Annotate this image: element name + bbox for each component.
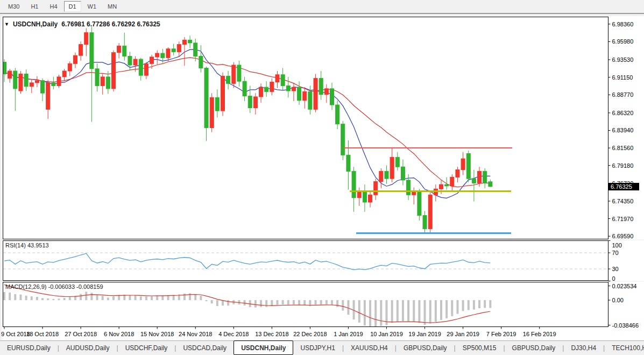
price-axis-label: 6.71970 — [612, 216, 634, 222]
candle — [232, 65, 236, 83]
time-axis-label: 18 Oct 2018 — [26, 331, 59, 337]
candle — [24, 74, 28, 86]
chart-tab-dj30-h4[interactable]: DJ30,H4 — [564, 341, 603, 355]
candle — [357, 192, 361, 198]
candle — [450, 177, 454, 186]
chart-tab-sp500-m15[interactable]: SP500,M15 — [456, 341, 504, 355]
time-axis-label: 22 Dec 2018 — [293, 331, 327, 337]
time-axis-label: 15 Nov 2018 — [140, 331, 174, 337]
candle — [84, 33, 88, 45]
price-axis-label: 6.79180 — [612, 162, 634, 169]
time-axis-label: 19 Jan 2019 — [408, 331, 441, 337]
timeframe-button-w1[interactable]: W1 — [83, 1, 102, 12]
time-axis-label: 13 Dec 2018 — [255, 331, 288, 337]
price-axis-label: 6.86320 — [612, 110, 634, 116]
price-axis-label: 6.74350 — [612, 198, 634, 204]
candle — [227, 76, 230, 84]
candle — [68, 63, 72, 71]
candle — [324, 89, 328, 95]
candle — [123, 46, 126, 56]
mt4-window: 6.983606.959806.935306.911506.887706.863… — [0, 0, 644, 355]
chart-tab-gbpusd-daily[interactable]: GBPUSD,Daily — [505, 341, 563, 355]
candle — [314, 79, 317, 110]
timeframe-toolbar: M30H1H4D1W1MN — [0, 0, 644, 14]
candle — [461, 159, 465, 170]
candle — [194, 43, 197, 56]
price-axis-label: 6.69590 — [612, 233, 634, 239]
candle — [215, 97, 219, 111]
macd-axis-label: -0.038466 — [612, 322, 639, 329]
chart-tab-audusd-daily[interactable]: AUDUSD,Daily — [59, 341, 117, 355]
candle — [248, 96, 252, 108]
candle — [440, 184, 443, 189]
rsi-panel[interactable] — [3, 241, 608, 281]
chart-tab-tech100-h1[interactable]: TECH100,H1 — [605, 341, 644, 355]
candle — [166, 49, 170, 58]
chart-tab-usdjpy-h1[interactable]: USDJPY,H1 — [293, 341, 342, 355]
candle — [237, 65, 241, 81]
chart-tab-usdcnh-daily[interactable]: USDCNH,Daily — [233, 340, 293, 355]
candle — [407, 180, 411, 195]
chart-canvas[interactable]: 6.983606.959806.935306.911506.887706.863… — [0, 0, 644, 355]
candle — [275, 75, 279, 82]
candle — [483, 171, 487, 183]
time-axis-label: 29 Jan 2019 — [447, 331, 479, 337]
candle — [330, 89, 334, 105]
candle — [46, 83, 50, 109]
panel-splitter[interactable] — [2, 281, 644, 282]
candle — [112, 53, 116, 89]
candle — [79, 45, 83, 56]
timeframe-button-mn[interactable]: MN — [103, 1, 122, 12]
macd-axis-label: 0.00 — [612, 297, 624, 303]
rsi-axis-label: 100 — [612, 242, 622, 248]
candle — [128, 56, 132, 65]
candle — [172, 49, 175, 52]
chart-tab-eurusd-daily[interactable]: EURUSD,Daily — [0, 341, 58, 355]
candle — [390, 157, 394, 179]
candle — [199, 56, 203, 68]
candle — [265, 87, 268, 91]
time-axis-label: 6 Nov 2018 — [104, 331, 134, 337]
candle — [308, 91, 312, 109]
candle — [243, 81, 246, 96]
price-axis-label: 6.91150 — [612, 74, 633, 81]
candle — [412, 192, 416, 195]
price-axis-label: 6.98360 — [612, 21, 634, 27]
candle — [336, 105, 339, 124]
chart-title: ▼ USDCNH,Daily 6.76981 6.77286 6.76292 6… — [4, 20, 160, 28]
candle — [417, 192, 421, 216]
candle — [472, 179, 476, 183]
candle — [13, 71, 17, 89]
candle — [161, 53, 165, 58]
candle — [133, 59, 137, 65]
symbol-dropdown-icon[interactable]: ▼ — [4, 22, 9, 27]
candle — [395, 157, 399, 167]
time-axis-label: 7 Feb 2019 — [486, 331, 516, 337]
timeframe-button-h1[interactable]: H1 — [26, 1, 43, 12]
candle — [303, 91, 307, 100]
chart-tab-xauusd-h4[interactable]: XAUUSD,H4 — [344, 341, 395, 355]
candle — [352, 171, 356, 197]
candle — [150, 57, 154, 63]
price-axis-label: 6.95980 — [612, 38, 634, 45]
candle — [52, 83, 55, 86]
chart-tab-gbpusd-daily[interactable]: GBPUSD,Daily — [397, 341, 454, 355]
timeframe-button-h4[interactable]: H4 — [45, 1, 62, 12]
price-axis-label: 6.81560 — [612, 145, 634, 151]
chart-tab-usdcad-daily[interactable]: USDCAD,Daily — [176, 341, 233, 355]
candle — [62, 71, 66, 77]
candle — [489, 182, 492, 187]
candle — [456, 170, 459, 178]
timeframe-button-m30[interactable]: M30 — [3, 1, 24, 12]
candle — [210, 97, 214, 127]
candle — [286, 86, 290, 91]
candle — [270, 82, 274, 92]
candle — [90, 33, 94, 69]
panel-splitter[interactable] — [2, 240, 644, 240]
chart-tab-usdchf-daily[interactable]: USDCHF,Daily — [118, 341, 175, 355]
candle — [177, 45, 181, 52]
timeframe-button-d1[interactable]: D1 — [64, 1, 81, 12]
candle — [478, 171, 482, 183]
candle — [8, 71, 12, 79]
price-axis-label: 6.93530 — [612, 56, 634, 63]
